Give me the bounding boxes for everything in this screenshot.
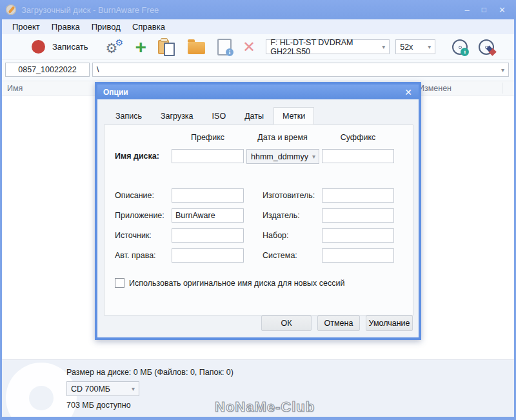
close-button[interactable]: ✕ [499, 6, 506, 14]
window-title: Загрузочный диск - BurnAware Free [21, 5, 159, 15]
tab-labels[interactable]: Метки [273, 107, 314, 125]
disc-name-label: Имя диска: [115, 152, 159, 161]
media-size-select[interactable]: CD 700МБ ▾ [66, 381, 139, 396]
checkbox-label: Использовать оригинальное имя диска для … [129, 279, 345, 288]
ok-button[interactable]: ОК [261, 315, 312, 331]
menu-edit[interactable]: Правка [46, 20, 86, 34]
datetime-header: Дата и время [246, 133, 319, 142]
datetime-format-value: hhmm_ddmmyy [251, 152, 308, 161]
prefix-header: Префикс [172, 133, 244, 142]
application-input[interactable] [172, 208, 244, 223]
application-label: Приложение: [115, 211, 164, 220]
set-input[interactable] [322, 228, 394, 243]
column-name[interactable]: Имя [7, 84, 23, 93]
copyright-input[interactable] [172, 248, 244, 263]
chevron-down-icon: ▾ [424, 43, 431, 50]
toolbar: Записать ⚙ ⚙ + i ✕ F: HL-DT-ST DVDRAM GH… [2, 34, 514, 60]
suffix-header: Суффикс [322, 133, 394, 142]
burn-button-label: Записать [52, 42, 88, 52]
drive-select[interactable]: F: HL-DT-ST DVDRAM GH22LS50 ▾ [266, 39, 390, 54]
labels-tab-page: Префикс Дата и время Суффикс Имя диска: … [104, 125, 413, 315]
chevron-down-icon: ▾ [128, 385, 135, 392]
cancel-button[interactable]: Отмена [317, 315, 360, 331]
column-modified[interactable]: Изменен [419, 84, 452, 93]
speed-select[interactable]: 52x ▾ [395, 39, 435, 54]
checkbox-icon[interactable] [115, 278, 124, 288]
page-icon [164, 43, 175, 56]
gear-small-icon: ⚙ [115, 38, 124, 47]
use-original-name-option[interactable]: Использовать оригинальное имя диска для … [115, 278, 345, 288]
suffix-input[interactable] [322, 149, 394, 163]
window-border [0, 19, 2, 420]
path-select-value: \ [97, 65, 99, 74]
system-input[interactable] [322, 248, 394, 263]
drive-select-value: F: HL-DT-ST DVDRAM GH22LS50 [270, 38, 378, 56]
disc-info-badge-icon: i [461, 48, 469, 56]
chevron-down-icon: ▾ [378, 43, 385, 50]
clipboard-clip-icon [161, 38, 168, 42]
dialog-title-bar: Опции ✕ [97, 85, 419, 99]
burnaware-window: Загрузочный диск - BurnAware Free – □ ✕ … [0, 0, 516, 420]
path-row: \ ▾ [2, 60, 514, 81]
default-button[interactable]: Умолчание [366, 315, 413, 331]
column-divider [502, 83, 502, 94]
minimize-button[interactable]: – [465, 6, 470, 14]
speed-select-value: 52x [400, 43, 413, 52]
dialog-title: Опции [97, 88, 128, 97]
chevron-down-icon: ▾ [308, 153, 315, 160]
tab-dates[interactable]: Даты [235, 107, 273, 125]
title-bar: Загрузочный диск - BurnAware Free – □ ✕ [0, 0, 516, 19]
menu-help[interactable]: Справка [126, 20, 171, 34]
publisher-label: Издатель: [263, 211, 300, 220]
watermark-text: NoNaMe-Club [215, 399, 315, 415]
maximize-button[interactable]: □ [482, 6, 486, 14]
remove-button[interactable]: ✕ [243, 40, 255, 54]
available-space-text: 703 МБ доступно [66, 401, 131, 410]
new-folder-button[interactable] [188, 42, 205, 54]
burn-button[interactable]: Записать [32, 40, 88, 54]
tab-record[interactable]: Запись [106, 107, 151, 125]
paste-button[interactable] [158, 39, 175, 55]
file-properties-button[interactable]: i [217, 39, 232, 55]
dialog-tab-strip: Запись Загрузка ISO Даты Метки [106, 107, 315, 125]
status-panel: Размер на диске: 0 МБ (Файлов: 0, Папок:… [2, 359, 514, 417]
options-dialog: Опции ✕ Запись Загрузка ISO Даты Метки П… [95, 82, 421, 340]
source-input[interactable] [172, 228, 244, 243]
source-label: Источник: [115, 231, 152, 240]
erase-disc-button[interactable] [479, 39, 494, 55]
media-size-value: CD 700МБ [71, 385, 110, 394]
settings-button[interactable]: ⚙ ⚙ [106, 39, 125, 55]
manufacturer-label: Изготовитель: [263, 191, 315, 200]
menu-bar: Проект Правка Привод Справка [2, 19, 514, 34]
disc-name-input[interactable] [5, 63, 90, 77]
info-badge-icon: i [226, 48, 233, 56]
datetime-format-select[interactable]: hhmm_ddmmyy ▾ [246, 149, 319, 164]
description-label: Описание: [115, 191, 154, 200]
tab-iso[interactable]: ISO [203, 107, 235, 125]
manufacturer-input[interactable] [322, 188, 394, 203]
dialog-footer: ОК Отмена Умолчание [97, 308, 419, 337]
window-border [0, 417, 516, 420]
app-logo-icon [6, 5, 16, 15]
dialog-close-button[interactable]: ✕ [404, 88, 419, 97]
set-label: Набор: [263, 231, 289, 240]
tab-boot[interactable]: Загрузка [152, 107, 203, 125]
description-input[interactable] [172, 188, 244, 203]
prefix-input[interactable] [172, 149, 244, 163]
copyright-label: Авт. права: [115, 251, 156, 260]
menu-project[interactable]: Проект [6, 20, 46, 34]
record-icon [32, 40, 45, 54]
chevron-down-icon: ▾ [497, 66, 504, 74]
menu-drive[interactable]: Привод [86, 20, 126, 34]
disc-info-button[interactable]: i [452, 39, 468, 55]
path-select[interactable]: \ ▾ [92, 63, 509, 77]
disk-size-text: Размер на диске: 0 МБ (Файлов: 0, Папок:… [66, 368, 233, 377]
add-files-button[interactable]: + [135, 40, 147, 54]
publisher-input[interactable] [322, 208, 394, 223]
system-label: Система: [263, 251, 297, 260]
